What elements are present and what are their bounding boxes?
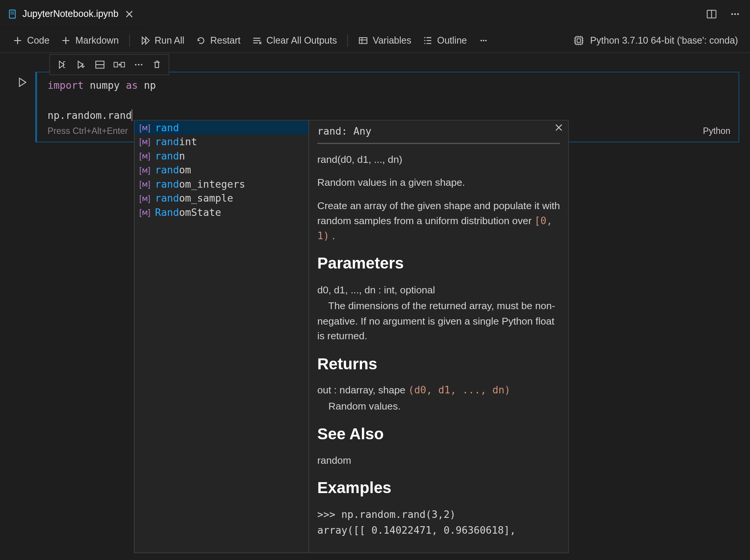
notebook-toolbar: Code Markdown Run All Restart Clear All … — [0, 28, 750, 53]
toolbar-runall-label: Run All — [155, 35, 184, 46]
method-icon: [ᴍ] — [139, 165, 150, 175]
toolbar-code-label: Code — [27, 35, 50, 46]
text-cursor — [132, 109, 133, 121]
doc-heading-seealso: See Also — [317, 422, 560, 446]
svg-rect-19 — [121, 62, 124, 67]
tab-filename: JupyterNotebook.ipynb — [22, 9, 118, 19]
svg-point-7 — [737, 13, 739, 15]
doc-returns-desc: Random values. — [317, 399, 560, 414]
doc-body: rand(d0, d1, ..., dn) Random values in a… — [317, 152, 560, 538]
suggestion-item[interactable]: [ᴍ] rand — [135, 120, 309, 135]
toolbar-separator — [129, 34, 130, 47]
clear-outputs-icon — [252, 36, 262, 45]
doc-params-signature: d0, d1, ..., dn : int, optional — [317, 282, 560, 297]
doc-example-line: array([[ 0.14022471, 0.96360618], — [317, 523, 560, 538]
change-cell-type-icon[interactable] — [110, 57, 129, 73]
suggestion-list[interactable]: [ᴍ] rand [ᴍ] randint [ᴍ] randn [ᴍ] rando… — [135, 120, 309, 552]
add-markdown-button[interactable]: Markdown — [56, 33, 123, 48]
method-icon: [ᴍ] — [139, 179, 150, 189]
toolbar-variables-label: Variables — [373, 35, 411, 46]
tabbar-actions — [704, 6, 750, 21]
variables-icon — [359, 36, 368, 45]
run-cell-icon[interactable] — [17, 77, 27, 88]
run-all-icon — [141, 36, 150, 45]
variables-button[interactable]: Variables — [354, 33, 416, 48]
doc-heading-parameters: Parameters — [317, 252, 560, 275]
doc-params-desc: The dimensions of the returned array, mu… — [317, 299, 560, 344]
svg-rect-8 — [359, 37, 367, 43]
svg-point-21 — [138, 64, 139, 65]
svg-rect-1 — [11, 11, 14, 12]
close-doc-icon[interactable] — [554, 123, 564, 132]
clear-all-button[interactable]: Clear All Outputs — [248, 33, 342, 48]
svg-point-13 — [485, 39, 486, 41]
suggestion-item[interactable]: [ᴍ] RandomState — [135, 205, 309, 219]
code-editor[interactable]: import numpy as np np.random.rand — [48, 78, 730, 123]
doc-summary: Random values in a given shape. — [317, 175, 560, 190]
outline-button[interactable]: Outline — [418, 33, 472, 48]
intellisense-widget: [ᴍ] rand [ᴍ] randint [ᴍ] randn [ᴍ] rando… — [134, 120, 569, 553]
svg-point-20 — [135, 64, 136, 65]
svg-point-6 — [734, 13, 736, 15]
restart-button[interactable]: Restart — [191, 33, 245, 48]
cell-more-icon[interactable] — [130, 57, 147, 73]
doc-call: rand(d0, d1, ..., dn) — [317, 152, 560, 167]
tab-bar: JupyterNotebook.ipynb — [0, 0, 750, 28]
cell-toolbar — [49, 54, 169, 75]
svg-point-5 — [731, 13, 733, 15]
plus-icon — [13, 36, 22, 45]
notebook-file-icon — [8, 9, 18, 18]
svg-point-11 — [480, 39, 482, 41]
tab-active[interactable]: JupyterNotebook.ipynb — [0, 0, 143, 27]
outline-icon — [423, 36, 432, 45]
suggestion-item[interactable]: [ᴍ] random — [135, 163, 309, 177]
cell-hint: Press Ctrl+Alt+Enter — [48, 126, 128, 136]
svg-rect-18 — [114, 62, 117, 67]
doc-description: Create an array of the given shape and p… — [317, 199, 560, 244]
delete-cell-icon[interactable] — [148, 57, 165, 73]
doc-heading-returns: Returns — [317, 352, 560, 375]
svg-point-12 — [483, 39, 484, 41]
close-tab-icon[interactable] — [123, 8, 135, 20]
split-editor-icon[interactable] — [704, 6, 719, 21]
doc-example-line: >>> np.random.rand(3,2) — [317, 507, 560, 522]
doc-seealso: random — [317, 453, 560, 468]
svg-rect-2 — [11, 13, 14, 14]
svg-point-22 — [141, 64, 142, 65]
toolbar-outline-label: Outline — [437, 35, 467, 46]
restart-icon — [196, 36, 206, 45]
svg-rect-14 — [576, 37, 583, 44]
plus-icon — [61, 36, 71, 45]
suggestion-documentation: rand: Any rand(d0, d1, ..., dn) Random v… — [309, 120, 568, 552]
run-by-line-icon[interactable] — [53, 57, 71, 73]
suggestion-item[interactable]: [ᴍ] randn — [135, 149, 309, 163]
toolbar-separator — [347, 34, 348, 47]
svg-rect-15 — [577, 38, 580, 42]
method-icon: [ᴍ] — [139, 123, 150, 132]
method-icon: [ᴍ] — [139, 208, 150, 217]
add-code-button[interactable]: Code — [8, 33, 54, 48]
method-icon: [ᴍ] — [139, 151, 150, 161]
kernel-label: Python 3.7.10 64-bit ('base': conda) — [590, 35, 738, 46]
doc-heading-examples: Examples — [317, 476, 560, 500]
suggestion-item[interactable]: [ᴍ] random_integers — [135, 177, 309, 191]
more-actions-icon[interactable] — [727, 6, 743, 21]
cell-language-label[interactable]: Python — [703, 126, 730, 136]
doc-returns: out : ndarray, shape (d0, d1, ..., dn) — [317, 383, 560, 398]
execute-below-icon[interactable] — [72, 57, 90, 73]
doc-signature: rand: Any — [317, 124, 560, 144]
toolbar-restart-label: Restart — [210, 35, 241, 46]
method-icon: [ᴍ] — [139, 137, 150, 146]
kernel-icon — [574, 35, 584, 46]
toolbar-overflow-icon[interactable] — [474, 33, 493, 47]
method-icon: [ᴍ] — [139, 193, 150, 203]
suggestion-item[interactable]: [ᴍ] random_sample — [135, 191, 309, 205]
kernel-selector[interactable]: Python 3.7.10 64-bit ('base': conda) — [574, 35, 741, 46]
suggestion-item[interactable]: [ᴍ] randint — [135, 135, 309, 149]
toolbar-markdown-label: Markdown — [75, 35, 118, 46]
split-cell-icon[interactable] — [91, 57, 109, 73]
run-all-button[interactable]: Run All — [136, 33, 189, 48]
toolbar-clear-label: Clear All Outputs — [267, 35, 337, 46]
